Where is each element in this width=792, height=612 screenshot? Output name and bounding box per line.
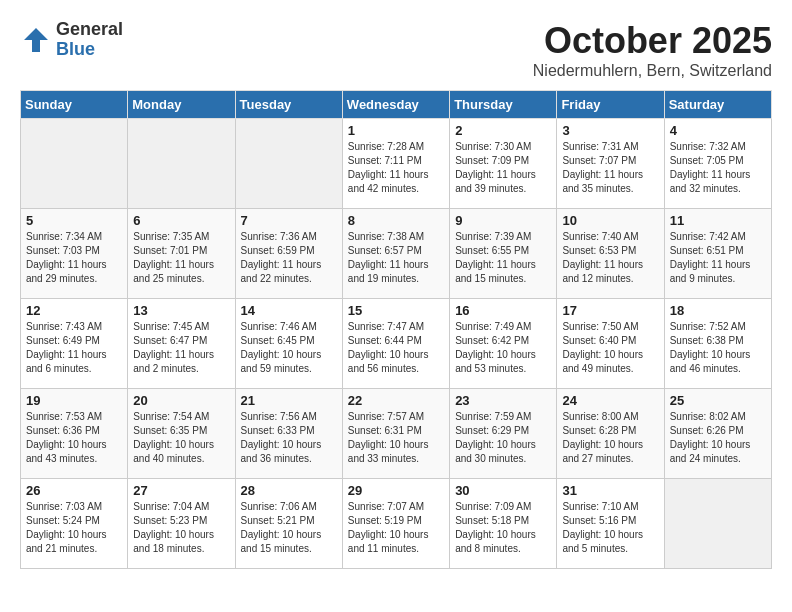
logo-general: General: [56, 20, 123, 40]
day-info: Sunrise: 7:10 AM Sunset: 5:16 PM Dayligh…: [562, 500, 658, 556]
day-number: 1: [348, 123, 444, 138]
day-number: 19: [26, 393, 122, 408]
day-info: Sunrise: 7:34 AM Sunset: 7:03 PM Dayligh…: [26, 230, 122, 286]
day-number: 28: [241, 483, 337, 498]
location-subtitle: Niedermuhlern, Bern, Switzerland: [533, 62, 772, 80]
title-block: October 2025 Niedermuhlern, Bern, Switze…: [533, 20, 772, 80]
day-number: 20: [133, 393, 229, 408]
calendar-cell: 4Sunrise: 7:32 AM Sunset: 7:05 PM Daylig…: [664, 119, 771, 209]
day-info: Sunrise: 7:47 AM Sunset: 6:44 PM Dayligh…: [348, 320, 444, 376]
calendar-cell: 3Sunrise: 7:31 AM Sunset: 7:07 PM Daylig…: [557, 119, 664, 209]
calendar-header-row: SundayMondayTuesdayWednesdayThursdayFrid…: [21, 91, 772, 119]
calendar-cell: 31Sunrise: 7:10 AM Sunset: 5:16 PM Dayli…: [557, 479, 664, 569]
calendar-table: SundayMondayTuesdayWednesdayThursdayFrid…: [20, 90, 772, 569]
calendar-cell: 10Sunrise: 7:40 AM Sunset: 6:53 PM Dayli…: [557, 209, 664, 299]
day-number: 16: [455, 303, 551, 318]
calendar-cell: 17Sunrise: 7:50 AM Sunset: 6:40 PM Dayli…: [557, 299, 664, 389]
calendar-cell: [664, 479, 771, 569]
calendar-cell: 16Sunrise: 7:49 AM Sunset: 6:42 PM Dayli…: [450, 299, 557, 389]
svg-marker-0: [24, 28, 48, 52]
calendar-cell: 27Sunrise: 7:04 AM Sunset: 5:23 PM Dayli…: [128, 479, 235, 569]
day-info: Sunrise: 7:59 AM Sunset: 6:29 PM Dayligh…: [455, 410, 551, 466]
day-number: 29: [348, 483, 444, 498]
calendar-cell: 14Sunrise: 7:46 AM Sunset: 6:45 PM Dayli…: [235, 299, 342, 389]
calendar-cell: 23Sunrise: 7:59 AM Sunset: 6:29 PM Dayli…: [450, 389, 557, 479]
day-info: Sunrise: 7:50 AM Sunset: 6:40 PM Dayligh…: [562, 320, 658, 376]
day-number: 5: [26, 213, 122, 228]
calendar-cell: 7Sunrise: 7:36 AM Sunset: 6:59 PM Daylig…: [235, 209, 342, 299]
day-number: 21: [241, 393, 337, 408]
day-number: 31: [562, 483, 658, 498]
day-info: Sunrise: 8:02 AM Sunset: 6:26 PM Dayligh…: [670, 410, 766, 466]
day-info: Sunrise: 7:06 AM Sunset: 5:21 PM Dayligh…: [241, 500, 337, 556]
day-number: 11: [670, 213, 766, 228]
day-info: Sunrise: 7:04 AM Sunset: 5:23 PM Dayligh…: [133, 500, 229, 556]
day-number: 24: [562, 393, 658, 408]
day-number: 2: [455, 123, 551, 138]
calendar-cell: [21, 119, 128, 209]
calendar-cell: 25Sunrise: 8:02 AM Sunset: 6:26 PM Dayli…: [664, 389, 771, 479]
calendar-cell: 6Sunrise: 7:35 AM Sunset: 7:01 PM Daylig…: [128, 209, 235, 299]
calendar-week-row: 1Sunrise: 7:28 AM Sunset: 7:11 PM Daylig…: [21, 119, 772, 209]
calendar-week-row: 5Sunrise: 7:34 AM Sunset: 7:03 PM Daylig…: [21, 209, 772, 299]
month-title: October 2025: [533, 20, 772, 62]
day-info: Sunrise: 7:03 AM Sunset: 5:24 PM Dayligh…: [26, 500, 122, 556]
day-number: 13: [133, 303, 229, 318]
calendar-cell: 11Sunrise: 7:42 AM Sunset: 6:51 PM Dayli…: [664, 209, 771, 299]
day-info: Sunrise: 7:40 AM Sunset: 6:53 PM Dayligh…: [562, 230, 658, 286]
calendar-cell: 26Sunrise: 7:03 AM Sunset: 5:24 PM Dayli…: [21, 479, 128, 569]
day-number: 17: [562, 303, 658, 318]
day-info: Sunrise: 7:31 AM Sunset: 7:07 PM Dayligh…: [562, 140, 658, 196]
day-info: Sunrise: 7:32 AM Sunset: 7:05 PM Dayligh…: [670, 140, 766, 196]
calendar-cell: 8Sunrise: 7:38 AM Sunset: 6:57 PM Daylig…: [342, 209, 449, 299]
calendar-week-row: 19Sunrise: 7:53 AM Sunset: 6:36 PM Dayli…: [21, 389, 772, 479]
calendar-cell: 1Sunrise: 7:28 AM Sunset: 7:11 PM Daylig…: [342, 119, 449, 209]
calendar-cell: 24Sunrise: 8:00 AM Sunset: 6:28 PM Dayli…: [557, 389, 664, 479]
day-number: 3: [562, 123, 658, 138]
calendar-cell: 9Sunrise: 7:39 AM Sunset: 6:55 PM Daylig…: [450, 209, 557, 299]
day-info: Sunrise: 7:45 AM Sunset: 6:47 PM Dayligh…: [133, 320, 229, 376]
calendar-cell: 2Sunrise: 7:30 AM Sunset: 7:09 PM Daylig…: [450, 119, 557, 209]
logo-text: General Blue: [56, 20, 123, 60]
day-number: 12: [26, 303, 122, 318]
calendar-cell: 30Sunrise: 7:09 AM Sunset: 5:18 PM Dayli…: [450, 479, 557, 569]
day-info: Sunrise: 7:42 AM Sunset: 6:51 PM Dayligh…: [670, 230, 766, 286]
day-info: Sunrise: 7:07 AM Sunset: 5:19 PM Dayligh…: [348, 500, 444, 556]
day-number: 18: [670, 303, 766, 318]
logo-blue: Blue: [56, 40, 123, 60]
day-info: Sunrise: 7:54 AM Sunset: 6:35 PM Dayligh…: [133, 410, 229, 466]
calendar-cell: 18Sunrise: 7:52 AM Sunset: 6:38 PM Dayli…: [664, 299, 771, 389]
day-header-tuesday: Tuesday: [235, 91, 342, 119]
calendar-cell: [235, 119, 342, 209]
day-info: Sunrise: 7:43 AM Sunset: 6:49 PM Dayligh…: [26, 320, 122, 376]
day-info: Sunrise: 7:09 AM Sunset: 5:18 PM Dayligh…: [455, 500, 551, 556]
day-info: Sunrise: 7:28 AM Sunset: 7:11 PM Dayligh…: [348, 140, 444, 196]
day-header-monday: Monday: [128, 91, 235, 119]
calendar-cell: 29Sunrise: 7:07 AM Sunset: 5:19 PM Dayli…: [342, 479, 449, 569]
day-number: 23: [455, 393, 551, 408]
day-info: Sunrise: 7:36 AM Sunset: 6:59 PM Dayligh…: [241, 230, 337, 286]
day-number: 8: [348, 213, 444, 228]
calendar-week-row: 26Sunrise: 7:03 AM Sunset: 5:24 PM Dayli…: [21, 479, 772, 569]
day-info: Sunrise: 7:49 AM Sunset: 6:42 PM Dayligh…: [455, 320, 551, 376]
day-header-wednesday: Wednesday: [342, 91, 449, 119]
day-info: Sunrise: 7:56 AM Sunset: 6:33 PM Dayligh…: [241, 410, 337, 466]
calendar-cell: 12Sunrise: 7:43 AM Sunset: 6:49 PM Dayli…: [21, 299, 128, 389]
day-number: 22: [348, 393, 444, 408]
calendar-cell: 15Sunrise: 7:47 AM Sunset: 6:44 PM Dayli…: [342, 299, 449, 389]
day-info: Sunrise: 7:57 AM Sunset: 6:31 PM Dayligh…: [348, 410, 444, 466]
day-number: 26: [26, 483, 122, 498]
calendar-cell: 28Sunrise: 7:06 AM Sunset: 5:21 PM Dayli…: [235, 479, 342, 569]
day-number: 4: [670, 123, 766, 138]
logo: General Blue: [20, 20, 123, 60]
day-number: 6: [133, 213, 229, 228]
day-info: Sunrise: 7:35 AM Sunset: 7:01 PM Dayligh…: [133, 230, 229, 286]
day-number: 14: [241, 303, 337, 318]
page-header: General Blue October 2025 Niedermuhlern,…: [20, 20, 772, 80]
calendar-cell: 13Sunrise: 7:45 AM Sunset: 6:47 PM Dayli…: [128, 299, 235, 389]
day-header-friday: Friday: [557, 91, 664, 119]
day-number: 10: [562, 213, 658, 228]
day-header-saturday: Saturday: [664, 91, 771, 119]
logo-icon: [20, 24, 52, 56]
day-number: 25: [670, 393, 766, 408]
